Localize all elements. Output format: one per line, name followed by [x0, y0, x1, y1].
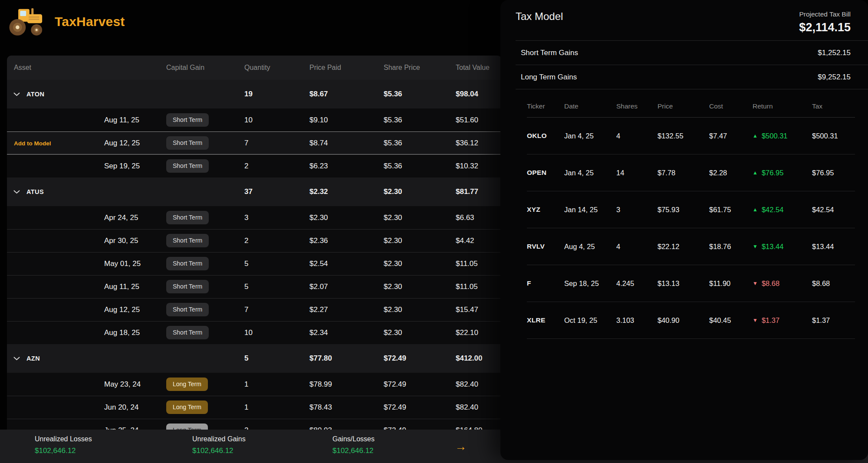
model-price: $22.12: [658, 243, 709, 251]
lot-price-paid: $2.34: [309, 328, 384, 337]
model-row[interactable]: OKLO Jan 4, 25 4 $132.55 $7.47 ▲ $500.31…: [527, 118, 855, 154]
lot-total-value: $10.32: [456, 162, 502, 171]
triangle-down-icon: ▼: [753, 280, 758, 286]
holdings-table: Asset Capital Gain Quantity Price Paid S…: [7, 56, 502, 442]
lot-total-value: $36.12: [456, 139, 502, 148]
model-tax: $42.54: [812, 206, 855, 214]
model-row[interactable]: F Sep 18, 25 4.245 $13.13 $11.90 ▼ $8.68…: [527, 265, 855, 302]
model-shares: 3.103: [616, 316, 658, 325]
stat-label: Unrealized Gains: [192, 435, 246, 443]
lot-row[interactable]: Aug 18, 25 Short Term 10 $2.34 $2.30 $22…: [7, 321, 502, 344]
lot-row[interactable]: May 23, 24 Long Term 1 $78.99 $72.49 $82…: [7, 373, 502, 396]
lot-price-paid: $6.23: [309, 162, 384, 171]
term-badge: Short Term: [166, 303, 209, 316]
projected-tax-bill: Projected Tax Bill $2,114.15: [799, 10, 851, 34]
model-shares: 4.245: [616, 279, 658, 288]
column-header-price-paid: Price Paid: [309, 64, 384, 72]
triangle-down-icon: ▼: [753, 317, 758, 323]
model-price: $40.90: [658, 316, 709, 325]
lot-price-paid: $2.07: [309, 282, 384, 291]
lot-date: Aug 11, 25: [104, 282, 139, 291]
lot-date: May 23, 24: [104, 380, 141, 389]
group-share-price: $72.49: [384, 354, 456, 363]
model-row[interactable]: RVLV Aug 4, 25 4 $22.12 $18.76 ▼ $13.44 …: [527, 228, 855, 265]
lot-share-price: $5.36: [384, 139, 456, 148]
model-shares: 3: [616, 206, 658, 214]
lot-quantity: 7: [244, 139, 309, 148]
model-return-value: $8.68: [762, 279, 779, 288]
model-return: ▼ $13.44: [753, 243, 812, 251]
model-tax: $1.37: [812, 316, 855, 325]
column-header-date: Date: [564, 102, 616, 110]
lot-total-value: $15.47: [456, 305, 502, 314]
tax-model-panel: Tax Model Projected Tax Bill $2,114.15 S…: [500, 0, 868, 460]
model-return-value: $42.54: [762, 206, 783, 214]
column-header-tax: Tax: [812, 102, 855, 110]
term-badge: Short Term: [166, 280, 209, 293]
asset-ticker: ATUS: [26, 188, 44, 195]
model-cost: $7.47: [709, 132, 753, 140]
term-badge: Short Term: [166, 211, 209, 224]
tractor-icon: [8, 6, 45, 37]
lot-row[interactable]: Sep 19, 25 Short Term 2 $6.23 $5.36 $10.…: [7, 154, 502, 177]
lot-quantity: 5: [244, 282, 309, 291]
lot-row-hovered[interactable]: Add to Model Aug 12, 25 Short Term 7 $8.…: [7, 131, 502, 154]
lot-share-price: $2.30: [384, 213, 456, 222]
model-ticker: OKLO: [527, 132, 564, 140]
model-cost: $61.75: [709, 206, 753, 214]
lot-row[interactable]: Apr 30, 25 Short Term 2 $2.36 $2.30 $4.4…: [7, 229, 502, 252]
model-row[interactable]: XLRE Oct 19, 25 3.103 $40.90 $40.45 ▼ $1…: [527, 302, 855, 339]
model-ticker: XYZ: [527, 206, 564, 213]
term-badge: Short Term: [166, 234, 209, 247]
gains-label: Short Term Gains: [521, 49, 578, 57]
model-cost: $2.28: [709, 169, 753, 177]
add-to-model-button[interactable]: Add to Model: [14, 140, 51, 146]
lot-total-value: $51.60: [456, 116, 502, 125]
lot-quantity: 2: [244, 236, 309, 245]
asset-group-row[interactable]: ATUS 37 $2.32 $2.30 $81.77: [7, 177, 502, 206]
model-return-value: $13.44: [762, 243, 783, 251]
lot-price-paid: $2.30: [309, 213, 384, 222]
asset-group-row[interactable]: ATON 19 $8.67 $5.36 $98.04: [7, 80, 502, 108]
lot-quantity: 1: [244, 380, 309, 389]
lot-price-paid: $78.99: [309, 380, 384, 389]
long-term-gains-row: Long Term Gains $9,252.15: [500, 65, 868, 89]
chevron-down-icon[interactable]: [13, 357, 20, 361]
model-row[interactable]: XYZ Jan 14, 25 3 $75.93 $61.75 ▲ $42.54 …: [527, 191, 855, 228]
column-header-price: Price: [658, 102, 709, 110]
gains-label: Long Term Gains: [521, 73, 577, 82]
arrow-right-icon[interactable]: →: [455, 440, 467, 453]
lot-price-paid: $9.10: [309, 116, 384, 125]
chevron-down-icon[interactable]: [13, 190, 20, 194]
lot-row[interactable]: May 01, 25 Short Term 5 $2.54 $2.30 $11.…: [7, 252, 502, 275]
triangle-up-icon: ▲: [753, 170, 758, 176]
model-tax: $76.95: [812, 169, 855, 177]
lot-row[interactable]: Aug 12, 25 Short Term 7 $2.27 $2.30 $15.…: [7, 298, 502, 321]
term-badge: Long Term: [166, 378, 208, 391]
chevron-down-icon[interactable]: [13, 92, 20, 96]
model-row[interactable]: OPEN Jan 4, 25 14 $7.78 $2.28 ▲ $76.95 $…: [527, 154, 855, 191]
lot-date: Sep 19, 25: [104, 162, 140, 171]
lot-row[interactable]: Aug 11, 25 Short Term 10 $9.10 $5.36 $51…: [7, 108, 502, 131]
lot-row[interactable]: Apr 24, 25 Short Term 3 $2.30 $2.30 $6.6…: [7, 206, 502, 229]
group-share-price: $2.30: [384, 187, 456, 196]
asset-group-row[interactable]: AZN 5 $77.80 $72.49 $412.00: [7, 344, 502, 373]
gains-losses-stat: Gains/Losses $102,646.12: [332, 435, 375, 455]
lot-date: Apr 24, 25: [104, 213, 138, 222]
model-tax: $8.68: [812, 279, 855, 288]
lot-row[interactable]: Jun 20, 24 Long Term 1 $78.43 $72.49 $82…: [7, 396, 502, 419]
lot-date: Aug 12, 25: [104, 139, 140, 148]
triangle-down-icon: ▼: [753, 243, 758, 250]
gains-value: $9,252.15: [818, 73, 851, 82]
lot-total-value: $82.40: [456, 403, 502, 412]
lot-row[interactable]: Aug 11, 25 Short Term 5 $2.07 $2.30 $11.…: [7, 275, 502, 298]
model-tax: $500.31: [812, 132, 855, 140]
lot-quantity: 1: [244, 403, 309, 412]
short-term-gains-row: Short Term Gains $1,252.15: [500, 41, 868, 65]
lot-price-paid: $78.43: [309, 403, 384, 412]
model-shares: 14: [616, 169, 658, 177]
app-header: TaxHarvest: [0, 0, 125, 43]
lot-price-paid: $8.74: [309, 139, 384, 148]
model-return: ▲ $500.31: [753, 132, 812, 140]
model-date: Sep 18, 25: [564, 279, 616, 288]
